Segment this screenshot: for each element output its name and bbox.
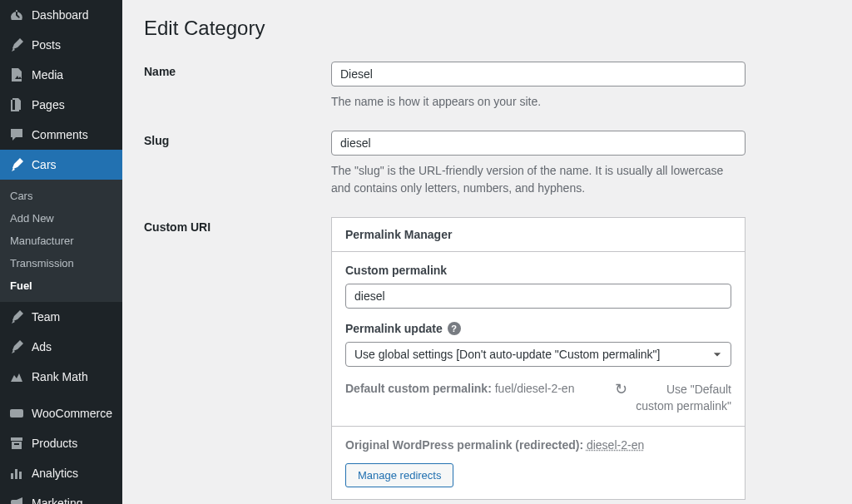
permalink-update-select[interactable]: Use global settings [Don't auto-update "… [345, 342, 731, 367]
admin-sidebar: Dashboard Posts Media Pages Comments Car… [0, 0, 122, 504]
page-title: Edit Category [144, 17, 830, 40]
use-default-label: Use "Default custom permalink" [631, 382, 731, 414]
sidebar-item-team[interactable]: Team [0, 302, 122, 332]
sidebar-item-label: Posts [32, 38, 61, 52]
sidebar-item-comments[interactable]: Comments [0, 120, 122, 150]
sidebar-item-media[interactable]: Media [0, 60, 122, 90]
custom-permalink-section: Custom permalink Permalink update ? Use … [332, 252, 745, 426]
main-content: Edit Category Name The name is how it ap… [122, 0, 852, 504]
submenu-cars: Cars Add New Manufacturer Transmission F… [0, 180, 122, 302]
sidebar-item-label: Comments [32, 128, 88, 141]
permalink-update-label: Permalink update [345, 322, 443, 335]
sidebar-item-label: Dashboard [32, 8, 89, 22]
custom-permalink-label: Custom permalink [345, 264, 447, 277]
sidebar-item-label: Analytics [32, 467, 78, 480]
name-description: The name is how it appears on your site. [331, 93, 746, 111]
megaphone-icon [8, 495, 25, 504]
sidebar-item-label: Rank Math [32, 370, 88, 383]
woo-icon [8, 405, 25, 422]
sidebar-item-label: Cars [32, 158, 57, 171]
dashboard-icon [8, 7, 25, 23]
sidebar-item-label: WooCommerce [32, 407, 112, 420]
original-permalink-link[interactable]: diesel-2-en [587, 438, 644, 452]
submenu-item-cars[interactable]: Cars [0, 185, 122, 207]
sidebar-item-products[interactable]: Products [0, 428, 122, 458]
pages-icon [8, 96, 25, 113]
slug-label: Slug [144, 131, 331, 197]
sidebar-item-cars[interactable]: Cars [0, 150, 122, 180]
custom-uri-label: Custom URI [144, 217, 331, 500]
pushpin-icon [8, 338, 25, 355]
default-permalink-label: Default custom permalink: [345, 382, 492, 395]
pushpin-icon [8, 309, 25, 325]
sidebar-item-pages[interactable]: Pages [0, 90, 122, 120]
submenu-item-add-new[interactable]: Add New [0, 207, 122, 230]
archive-icon [8, 435, 25, 452]
slug-row: Slug The "slug" is the URL-friendly vers… [144, 131, 830, 197]
sidebar-item-analytics[interactable]: Analytics [0, 458, 122, 488]
original-permalink-section: Original WordPress permalink (redirected… [332, 426, 745, 499]
permalink-manager-box: Permalink Manager Custom permalink Perma… [331, 217, 746, 500]
sidebar-item-label: Pages [32, 98, 65, 111]
bars-icon [8, 465, 25, 482]
submenu-item-transmission[interactable]: Transmission [0, 252, 122, 274]
sidebar-item-marketing[interactable]: Marketing [0, 488, 122, 504]
svg-rect-0 [10, 409, 23, 418]
custom-uri-row: Custom URI Permalink Manager Custom perm… [144, 217, 830, 500]
name-input[interactable] [331, 62, 746, 86]
sidebar-item-posts[interactable]: Posts [0, 30, 122, 60]
slug-description: The "slug" is the URL-friendly version o… [331, 162, 746, 197]
help-icon[interactable]: ? [448, 322, 461, 335]
default-permalink-value: fuel/diesel-2-en [495, 382, 575, 395]
original-permalink-label: Original WordPress permalink (redirected… [345, 438, 583, 452]
sidebar-item-dashboard[interactable]: Dashboard [0, 0, 122, 30]
submenu-item-fuel[interactable]: Fuel [0, 274, 122, 297]
sidebar-item-ads[interactable]: Ads [0, 332, 122, 362]
sidebar-item-rank-math[interactable]: Rank Math [0, 362, 122, 392]
slug-input[interactable] [331, 131, 746, 156]
pushpin-icon [8, 37, 25, 53]
chart-icon [8, 368, 25, 385]
sidebar-item-woocommerce[interactable]: WooCommerce [0, 398, 122, 428]
custom-permalink-input[interactable] [345, 284, 731, 309]
comment-icon [8, 126, 25, 143]
manage-redirects-button[interactable]: Manage redirects [345, 463, 453, 487]
name-label: Name [144, 62, 331, 111]
media-icon [8, 67, 25, 83]
sidebar-item-label: Media [32, 68, 63, 82]
sidebar-item-label: Team [32, 310, 60, 324]
pushpin-icon [8, 156, 25, 173]
sidebar-item-label: Marketing [32, 497, 82, 504]
name-row: Name The name is how it appears on your … [144, 62, 830, 111]
sidebar-item-label: Ads [32, 340, 52, 353]
redo-icon: ↻ [615, 382, 627, 397]
use-default-permalink-button[interactable]: ↻ Use "Default custom permalink" [615, 382, 731, 414]
permalink-box-title: Permalink Manager [332, 218, 745, 252]
submenu-item-manufacturer[interactable]: Manufacturer [0, 230, 122, 252]
sidebar-item-label: Products [32, 437, 77, 450]
